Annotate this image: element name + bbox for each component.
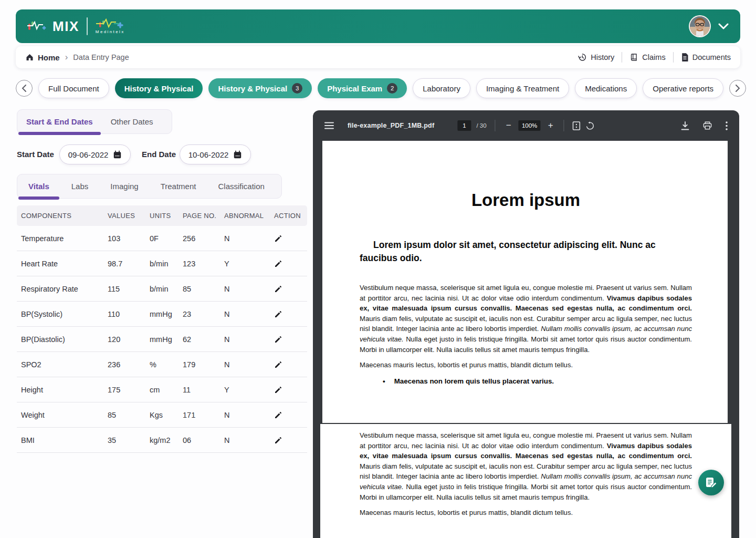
profile-chevron-down-icon[interactable] xyxy=(718,23,729,29)
chip-label: Full Document xyxy=(48,84,99,93)
tab-other-dates[interactable]: Other Dates xyxy=(102,110,162,133)
cell-value: 175 xyxy=(108,386,150,394)
edit-row-button[interactable] xyxy=(274,310,285,318)
chip-label: Physical Exam xyxy=(327,84,382,93)
edit-row-button[interactable] xyxy=(274,260,285,268)
chip-physical-exam[interactable]: Physical Exam 2 xyxy=(318,78,407,98)
fit-page-button[interactable] xyxy=(573,121,581,130)
cell-abnormal: N xyxy=(224,360,274,369)
rotate-button[interactable] xyxy=(586,121,595,130)
chip-imaging-treatment[interactable]: Imaging & Treatment xyxy=(476,78,569,98)
pdf-viewer[interactable]: file-example_PDF_1MB.pdf 1 / 30 − 100% + xyxy=(313,110,739,538)
pdf-zoom-level[interactable]: 100% xyxy=(519,120,541,131)
cell-page-no: 85 xyxy=(183,285,224,293)
tab-start-end-dates[interactable]: Start & End Dates xyxy=(17,110,102,133)
cell-component: BP(Diastolic) xyxy=(21,335,108,344)
claims-label: Claims xyxy=(642,53,665,61)
start-date-input[interactable]: 09-06-2022 xyxy=(59,144,131,164)
table-header-row: COMPONENTS VALUES UNITS PAGE NO. ABNORMA… xyxy=(17,205,307,226)
download-button[interactable] xyxy=(681,121,689,130)
documents-label: Documents xyxy=(692,53,731,61)
pdf-paragraph: Vestibulum neque massa, scelerisque sit … xyxy=(360,430,692,502)
edit-note-fab[interactable] xyxy=(698,470,724,495)
pencil-icon xyxy=(274,234,282,243)
edit-row-button[interactable] xyxy=(274,234,285,243)
chip-label: Imaging & Treatment xyxy=(486,84,559,93)
tab-vitals[interactable]: Vitals xyxy=(17,174,60,198)
pdf-toolbar-right xyxy=(681,121,728,130)
table-row: Weight 85 Kgs 171 N xyxy=(17,402,307,428)
header-actions: History Claims Documents xyxy=(578,52,731,63)
edit-row-button[interactable] xyxy=(274,285,285,293)
col-abnormal: ABNORMAL xyxy=(224,212,274,220)
col-values: VALUES xyxy=(108,212,150,220)
hamburger-icon xyxy=(324,122,334,129)
cell-page-no: 06 xyxy=(183,436,224,444)
cell-component: Weight xyxy=(21,411,108,419)
edit-row-button[interactable] xyxy=(274,386,285,394)
chip-history-physical[interactable]: History & Physical xyxy=(115,78,203,98)
edit-row-button[interactable] xyxy=(274,436,285,444)
pdf-toolbar: file-example_PDF_1MB.pdf 1 / 30 − 100% + xyxy=(313,110,739,141)
toolbar-divider xyxy=(495,120,496,131)
action-divider xyxy=(622,52,622,63)
tab-treatment[interactable]: Treatment xyxy=(150,174,207,198)
chips-scroll-left-button[interactable] xyxy=(16,80,33,97)
table-row: BMI 35 kg/m2 06 N xyxy=(17,428,307,453)
edit-row-button[interactable] xyxy=(274,411,285,419)
cell-abnormal: N xyxy=(224,285,274,293)
cell-unit: 0F xyxy=(150,234,183,243)
breadcrumb-separator: › xyxy=(65,52,68,63)
chip-label: Laboratory xyxy=(423,84,460,93)
chips-scroll-right-button[interactable] xyxy=(729,80,746,97)
edit-row-button[interactable] xyxy=(274,335,285,344)
chip-history-physical-2[interactable]: History & Physical 3 xyxy=(208,78,312,98)
calendar-icon xyxy=(113,150,122,159)
section-chip-row: Full Document History & Physical History… xyxy=(16,77,740,100)
pdf-menu-button[interactable] xyxy=(324,122,334,129)
avatar[interactable] xyxy=(689,15,711,37)
home-icon xyxy=(25,53,34,61)
chip-label: Medications xyxy=(585,84,627,93)
toolbar-divider xyxy=(564,120,564,131)
cell-abnormal: N xyxy=(224,411,274,419)
zoom-out-button[interactable]: − xyxy=(504,120,513,131)
category-tabs-card: Vitals Labs Imaging Treatment Classifica… xyxy=(17,174,282,199)
more-options-button[interactable] xyxy=(726,121,728,130)
chip-medications[interactable]: Medications xyxy=(575,78,637,98)
breadcrumb-home[interactable]: Home xyxy=(25,53,60,62)
history-link[interactable]: History xyxy=(578,53,614,62)
edit-row-button[interactable] xyxy=(274,360,285,369)
cell-value: 103 xyxy=(108,234,150,243)
chip-laboratory[interactable]: Laboratory xyxy=(413,78,470,98)
end-date-input[interactable]: 10-06-2022 xyxy=(180,144,251,164)
cell-abnormal: Y xyxy=(224,260,274,268)
cell-page-no: 171 xyxy=(183,411,224,419)
cell-unit: mmHg xyxy=(150,335,183,344)
pencil-icon xyxy=(274,335,282,344)
pdf-doc-heading: Lorem ipsum dolor sit amet, consectetur … xyxy=(360,239,692,265)
col-units: UNITS xyxy=(150,212,183,220)
pdf-filename: file-example_PDF_1MB.pdf xyxy=(348,122,434,129)
chip-count-badge: 3 xyxy=(292,83,302,94)
print-button[interactable] xyxy=(703,121,712,130)
breadcrumb-bar: Home › Data Entry Page History Claims xyxy=(16,46,740,68)
documents-link[interactable]: Documents xyxy=(681,53,731,62)
brand-divider xyxy=(87,17,88,35)
cell-component: BP(Systolic) xyxy=(21,310,108,318)
tab-imaging[interactable]: Imaging xyxy=(99,174,149,198)
tab-label: Classification xyxy=(218,182,264,191)
cell-abnormal: Y xyxy=(224,386,274,394)
pdf-page-input[interactable]: 1 xyxy=(457,120,471,131)
claims-link[interactable]: Claims xyxy=(629,53,665,62)
tab-classification[interactable]: Classification xyxy=(207,174,275,198)
zoom-in-button[interactable]: + xyxy=(546,120,555,131)
cell-component: Heart Rate xyxy=(21,260,108,268)
pdf-page-2: Vestibulum neque massa, scelerisque sit … xyxy=(320,424,731,538)
tab-label: Labs xyxy=(71,182,89,191)
chip-operative-reports[interactable]: Operative reports xyxy=(643,78,723,98)
pencil-icon xyxy=(274,386,282,394)
history-icon xyxy=(578,53,587,62)
tab-labs[interactable]: Labs xyxy=(60,174,100,198)
chip-full-document[interactable]: Full Document xyxy=(38,78,109,98)
